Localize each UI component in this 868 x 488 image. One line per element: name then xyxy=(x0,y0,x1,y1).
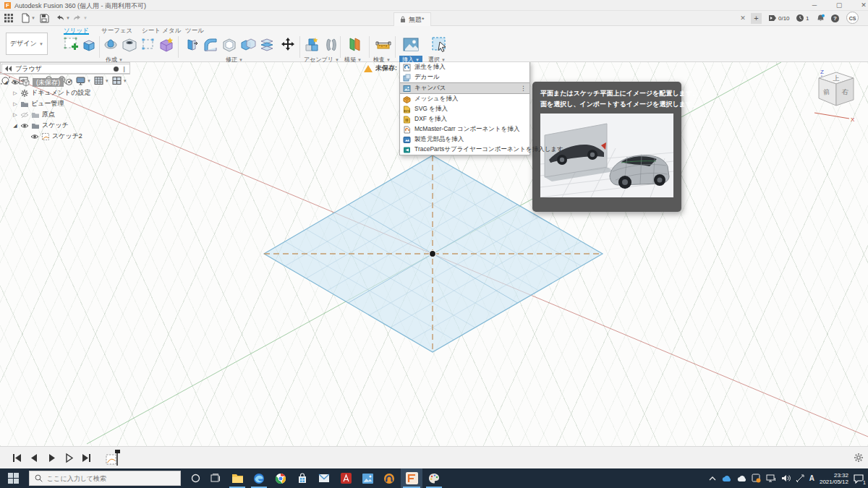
undo-button[interactable]: ▼ xyxy=(55,12,70,24)
insert-canvas-icon[interactable] xyxy=(402,36,420,53)
settings-gear-icon[interactable] xyxy=(854,453,864,463)
taskbar-adobe-icon[interactable] xyxy=(336,468,356,488)
volume-icon[interactable] xyxy=(781,474,791,482)
taskbar-search[interactable] xyxy=(29,471,181,486)
tray-app-badge-icon[interactable] xyxy=(752,474,761,483)
browser-node-views[interactable]: ▷ ビュー管理 xyxy=(3,98,139,109)
browser-header[interactable]: ブラウザ ❙ xyxy=(1,64,130,74)
ime-indicator[interactable]: A xyxy=(809,474,814,482)
timeline-skip-start-button[interactable] xyxy=(12,453,22,463)
expand-icon[interactable]: ◢ xyxy=(12,123,18,129)
collapse-panel-icon[interactable] xyxy=(5,66,12,72)
minimize-button[interactable]: ─ xyxy=(804,0,825,11)
browser-node-label[interactable]: ドキュメントの設定 xyxy=(31,88,90,98)
revolve-icon[interactable] xyxy=(102,36,119,53)
expand-icon[interactable]: ◢ xyxy=(3,80,9,85)
menu-item-decal[interactable]: デカール xyxy=(400,72,529,82)
usb-link-icon[interactable] xyxy=(796,474,804,483)
extension-manager-button[interactable]: 1 xyxy=(796,12,809,24)
job-status-button[interactable]: 0/10 xyxy=(768,12,790,24)
taskbar-edge-icon[interactable] xyxy=(249,468,269,488)
panel-options-icon[interactable] xyxy=(114,67,119,72)
tab-close-icon[interactable]: ✕ xyxy=(738,13,748,23)
browser-node-root[interactable]: ◢ (未保存) xyxy=(3,77,139,87)
canvas-options-kebab-icon[interactable]: ⋮ xyxy=(520,85,527,92)
timeline-sketch-marker[interactable] xyxy=(106,450,122,467)
press-pull-icon[interactable] xyxy=(183,36,200,53)
tab-solid[interactable]: ソリッド xyxy=(64,27,89,35)
move-icon[interactable] xyxy=(279,36,297,53)
menu-item-insert-traceparts[interactable]: TracePartsサプライヤーコンポーネントを挿入します xyxy=(400,145,529,155)
tab-sheetmetal[interactable]: シート メタル xyxy=(142,27,181,35)
shell-icon[interactable] xyxy=(221,36,238,53)
hole-icon[interactable] xyxy=(121,36,138,53)
construct-plane-icon[interactable] xyxy=(346,36,363,53)
timeline-skip-end-button[interactable] xyxy=(81,453,92,463)
help-button[interactable]: ? xyxy=(830,12,840,24)
taskbar-music-icon[interactable] xyxy=(379,468,399,488)
tray-expand-icon[interactable] xyxy=(709,476,716,481)
panel-grip[interactable]: ❙ xyxy=(122,66,127,72)
document-tab[interactable]: 無題* xyxy=(393,12,431,26)
create-group-button[interactable]: 作成▼ xyxy=(106,56,123,64)
close-button[interactable]: ✕ xyxy=(854,0,868,11)
select-icon[interactable] xyxy=(431,36,448,53)
measure-icon[interactable] xyxy=(375,36,392,53)
cloud-icon[interactable] xyxy=(736,475,746,482)
timeline-step-back-button[interactable] xyxy=(29,453,40,463)
new-tab-button[interactable]: + xyxy=(751,13,762,24)
taskbar-store-icon[interactable] xyxy=(292,468,312,488)
visibility-eye-icon[interactable] xyxy=(30,132,39,141)
restore-button[interactable]: ▢ xyxy=(829,0,849,11)
browser-node-doc-settings[interactable]: ▷ ドキュメントの設定 xyxy=(3,87,139,98)
start-button[interactable] xyxy=(0,468,26,488)
modify-group-button[interactable]: 修正▼ xyxy=(226,56,243,64)
menu-item-insert-mesh[interactable]: メッシュを挿入 xyxy=(400,94,529,104)
fillet-icon[interactable] xyxy=(202,36,219,53)
inspect-group-button[interactable]: 検査▼ xyxy=(373,56,391,64)
onedrive-icon[interactable] xyxy=(721,475,731,482)
menu-item-canvas[interactable]: キャンバス ⋮ xyxy=(400,82,529,94)
cortana-button[interactable] xyxy=(185,468,205,488)
action-center-button[interactable]: 1 xyxy=(854,474,865,484)
browser-node-label[interactable]: (未保存) xyxy=(33,78,64,87)
taskbar-mail-icon[interactable] xyxy=(314,468,334,488)
visibility-off-eye-icon[interactable] xyxy=(20,111,29,119)
view-cube[interactable]: Z X 上 前 右 xyxy=(804,64,865,124)
menu-item-insert-manufacturer-part[interactable]: 製造元部品を挿入 xyxy=(400,134,529,145)
browser-node-label[interactable]: スケッチ2 xyxy=(52,132,82,141)
menu-item-insert-derive[interactable]: 派生を挿入 xyxy=(400,62,529,72)
extrude-icon[interactable] xyxy=(80,36,98,53)
visibility-eye-icon[interactable] xyxy=(11,78,20,87)
taskbar-clock[interactable]: 23:32 2021/05/12 xyxy=(820,472,848,485)
origin-point[interactable] xyxy=(430,251,436,257)
browser-node-label[interactable]: 原点 xyxy=(42,110,55,119)
assembly-group-button[interactable]: アセンブリ▼ xyxy=(304,56,339,64)
menu-item-insert-svg[interactable]: SVG SVG を挿入 xyxy=(400,104,529,114)
taskbar-photos-icon[interactable] xyxy=(357,468,378,488)
taskbar-paint-icon[interactable] xyxy=(424,468,444,488)
network-display-icon[interactable] xyxy=(766,474,776,482)
tab-tools[interactable]: ツール xyxy=(185,27,204,35)
joint-icon[interactable] xyxy=(323,36,340,53)
taskbar-chrome-icon[interactable] xyxy=(271,468,291,488)
tab-surface[interactable]: サーフェス xyxy=(101,27,132,35)
expand-icon[interactable]: ▷ xyxy=(12,112,18,118)
menu-item-insert-mcmaster[interactable]: McMaster-Carr コンポーネントを挿入 xyxy=(400,124,529,134)
menu-item-insert-dxf[interactable]: DXF を挿入 xyxy=(400,114,529,124)
new-component-icon[interactable] xyxy=(158,36,175,53)
activate-component-radio[interactable] xyxy=(66,79,72,85)
search-input[interactable] xyxy=(47,475,163,482)
browser-node-label[interactable]: ビュー管理 xyxy=(31,99,64,108)
visibility-eye-icon[interactable] xyxy=(20,121,29,130)
sketch-dimension-icon[interactable] xyxy=(140,36,157,53)
app-grid-icon[interactable] xyxy=(4,12,14,24)
browser-node-label[interactable]: スケッチ xyxy=(42,121,69,130)
file-menu-button[interactable]: ▼ xyxy=(20,12,35,24)
split-face-icon[interactable] xyxy=(258,36,276,53)
construct-group-button[interactable]: 構築▼ xyxy=(344,56,362,64)
timeline-play-button[interactable] xyxy=(46,453,57,463)
assembly-component-icon[interactable] xyxy=(304,36,321,53)
expand-icon[interactable]: ▷ xyxy=(12,101,18,107)
browser-node-origin[interactable]: ▷ 原点 xyxy=(3,109,139,120)
